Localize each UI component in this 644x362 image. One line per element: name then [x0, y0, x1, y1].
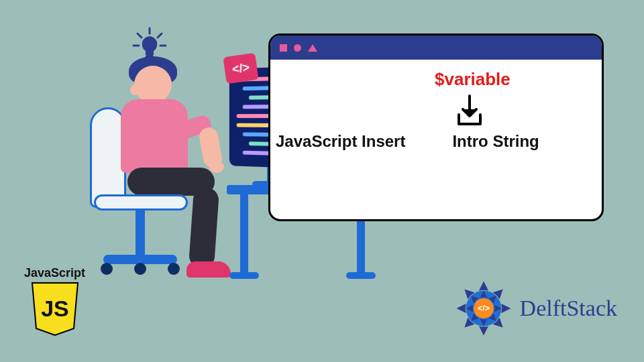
variable-label: $variable — [435, 69, 511, 90]
code-badge-icon: </> — [223, 53, 258, 84]
chair-wheel — [134, 263, 146, 275]
window-control-icon — [308, 44, 317, 52]
svg-text:</>: </> — [478, 304, 490, 313]
chair-pole — [136, 210, 145, 257]
browser-content: $variable JavaScript Insert Intro String — [270, 60, 602, 219]
delftstack-name: DelftStack — [520, 296, 617, 321]
chair-wheel — [101, 263, 113, 275]
window-title-bar — [270, 36, 602, 60]
ear — [130, 84, 140, 95]
insert-arrow-icon — [455, 95, 484, 127]
hand — [209, 161, 224, 173]
shin — [189, 187, 219, 269]
insert-text-row: JavaScript Insert Intro String — [276, 132, 596, 151]
browser-window: $variable JavaScript Insert Intro String — [268, 34, 604, 221]
delftstack-logo: </> DelftStack — [454, 279, 617, 338]
desk-foot — [229, 272, 259, 279]
insert-left-text: JavaScript Insert — [276, 132, 405, 151]
js-shield-text: JS — [41, 296, 69, 321]
code-line — [237, 123, 270, 127]
js-shield-icon: JS — [30, 282, 80, 337]
desk-foot — [346, 272, 376, 279]
chair-seat — [94, 194, 188, 210]
insert-right-text: Intro String — [452, 132, 539, 151]
window-control-icon — [294, 44, 301, 52]
window-control-icon — [280, 44, 287, 52]
desk-leg — [240, 194, 248, 275]
chair-wheel — [168, 263, 180, 275]
svg-line-1 — [138, 34, 142, 38]
javascript-logo: JavaScript JS — [24, 266, 85, 339]
javascript-label: JavaScript — [24, 266, 85, 280]
shoe — [186, 261, 231, 278]
head — [134, 66, 172, 103]
svg-line-2 — [158, 34, 162, 38]
mandala-icon: </> — [454, 279, 513, 338]
